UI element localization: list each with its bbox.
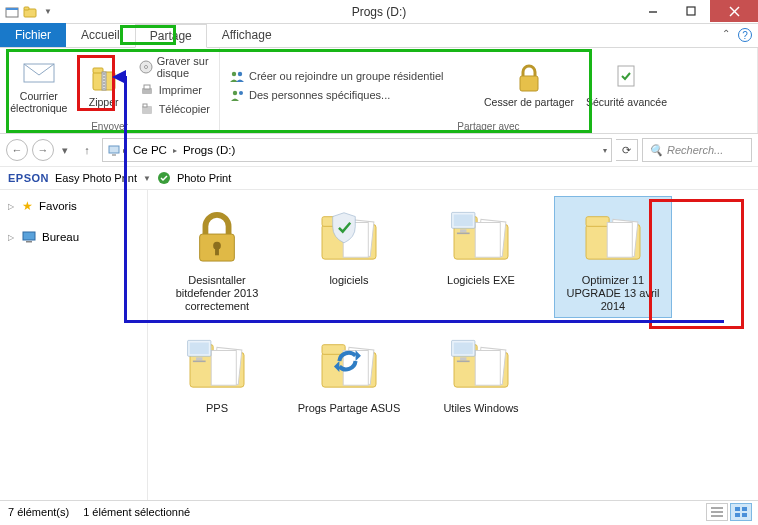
search-placeholder: Recherch... [667, 144, 723, 156]
file-name: Desisntaller bitdefender 2013 correcteme… [162, 274, 272, 314]
epson-logo: EPSON [8, 172, 49, 184]
forward-button[interactable]: → [32, 139, 54, 161]
search-icon: 🔍 [649, 144, 663, 157]
qat-properties-icon[interactable] [4, 3, 20, 21]
lock-icon [185, 200, 249, 272]
maximize-button[interactable] [672, 0, 710, 22]
navigation-pane: ▷ ★ Favoris ▷ Bureau [0, 190, 148, 500]
file-item[interactable]: Optimizer 11 UPGRADE 13 avril 2014 [554, 196, 672, 318]
file-name: Progs Partage ASUS [298, 402, 401, 415]
folder-pc-icon [449, 200, 513, 272]
search-box[interactable]: 🔍 Recherch... [642, 138, 752, 162]
refresh-button[interactable]: ⟳ [616, 139, 638, 161]
svg-point-14 [144, 65, 147, 68]
ribbon: Courrier électronique Zipper Graver sur … [0, 48, 758, 134]
folder-pc-icon [185, 328, 249, 400]
tab-home[interactable]: Accueil [66, 23, 135, 47]
tab-view[interactable]: Affichage [207, 23, 287, 47]
svg-point-20 [238, 72, 242, 76]
svg-rect-28 [23, 232, 35, 240]
folder-pc-icon [449, 328, 513, 400]
people-icon [229, 68, 245, 84]
photo-print-button[interactable]: Photo Print [177, 172, 231, 184]
svg-rect-33 [735, 507, 740, 511]
breadcrumb-dropdown-icon[interactable]: ▾ [603, 146, 607, 155]
tab-share[interactable]: Partage [135, 24, 207, 48]
svg-rect-36 [742, 513, 747, 517]
nav-desktop[interactable]: ▷ Bureau [4, 228, 143, 246]
window-title: Progs (D:) [352, 5, 407, 19]
epson-toolbar: EPSON Easy Photo Print ▼ Photo Print [0, 166, 758, 190]
burn-button[interactable]: Graver sur disque [136, 54, 213, 80]
breadcrumb-pc[interactable]: Ce PC [129, 144, 171, 156]
photo-print-icon [157, 171, 171, 185]
tab-file[interactable]: Fichier [0, 23, 66, 47]
breadcrumb-drive[interactable]: Progs (D:) [179, 144, 239, 156]
address-row: ← → ▾ ↑ ▸ Ce PC ▸ Progs (D:) ▾ ⟳ 🔍 Reche… [0, 134, 758, 166]
folder-sync-icon [317, 328, 381, 400]
file-name: logiciels [329, 274, 368, 287]
file-item[interactable]: Desisntaller bitdefender 2013 correcteme… [158, 196, 276, 318]
minimize-button[interactable] [634, 0, 672, 22]
print-button[interactable]: Imprimer [136, 81, 213, 99]
stop-sharing-button[interactable]: Cesser de partager [480, 61, 578, 110]
ribbon-group-send: Courrier électronique Zipper Graver sur … [0, 48, 220, 133]
items-view[interactable]: Desisntaller bitdefender 2013 correcteme… [148, 190, 758, 500]
file-item[interactable]: Logiciels EXE [422, 196, 540, 318]
file-name: Utiles Windows [443, 402, 518, 415]
advanced-security-button[interactable]: Sécurité avancée [582, 61, 671, 110]
email-button[interactable]: Courrier électronique [6, 55, 72, 116]
svg-point-19 [232, 72, 236, 76]
close-button[interactable] [710, 0, 758, 22]
history-dropdown[interactable]: ▾ [58, 139, 72, 161]
email-icon [23, 57, 55, 89]
file-name: Logiciels EXE [447, 274, 515, 287]
svg-rect-26 [112, 154, 116, 156]
file-item[interactable]: logiciels [290, 196, 408, 318]
file-name: PPS [206, 402, 228, 415]
ribbon-group-sharewith: Créer ou rejoindre un groupe résidentiel… [220, 48, 758, 133]
printer-icon [139, 82, 155, 98]
status-selection: 1 élément sélectionné [83, 506, 190, 518]
desktop-icon [22, 231, 36, 243]
svg-point-21 [233, 91, 237, 95]
fax-button[interactable]: Télécopier [136, 100, 213, 118]
tab-strip: Fichier Accueil Partage Affichage ⌃ ? [0, 24, 758, 48]
easy-photo-print-button[interactable]: Easy Photo Print [55, 172, 137, 184]
svg-rect-18 [143, 104, 147, 107]
view-icons-button[interactable] [730, 503, 752, 521]
svg-rect-35 [735, 513, 740, 517]
svg-rect-24 [618, 66, 634, 86]
svg-rect-23 [520, 76, 538, 91]
fax-icon [139, 101, 155, 117]
nav-favorites[interactable]: ▷ ★ Favoris [4, 196, 143, 216]
file-item[interactable]: Utiles Windows [422, 324, 540, 419]
address-bar[interactable]: ▸ Ce PC ▸ Progs (D:) ▾ [102, 138, 612, 162]
file-item[interactable]: PPS [158, 324, 276, 419]
file-item[interactable]: Progs Partage ASUS [290, 324, 408, 419]
file-name: Optimizer 11 UPGRADE 13 avril 2014 [558, 274, 668, 314]
status-item-count: 7 élément(s) [8, 506, 69, 518]
svg-point-22 [239, 91, 243, 95]
svg-rect-3 [24, 7, 29, 10]
main-area: ▷ ★ Favoris ▷ Bureau Desisntaller bitdef… [0, 190, 758, 500]
up-button[interactable]: ↑ [76, 139, 98, 161]
homegroup-button[interactable]: Créer ou rejoindre un groupe résidentiel [226, 67, 476, 85]
folder-check-icon [317, 200, 381, 272]
qat-dropdown-icon[interactable]: ▼ [40, 3, 56, 21]
shield-icon [614, 63, 638, 95]
disc-icon [139, 59, 153, 75]
pc-icon [107, 143, 121, 157]
ribbon-collapse-icon[interactable]: ⌃ [722, 28, 730, 42]
title-bar: ▼ Progs (D:) [0, 0, 758, 24]
svg-rect-29 [26, 241, 32, 243]
folder-icon [581, 200, 645, 272]
view-details-button[interactable] [706, 503, 728, 521]
svg-rect-34 [742, 507, 747, 511]
help-icon[interactable]: ? [738, 28, 752, 42]
qat-newfolder-icon[interactable] [22, 3, 38, 21]
svg-rect-16 [144, 85, 150, 89]
specific-people-button[interactable]: Des personnes spécifiques... [226, 86, 476, 104]
back-button[interactable]: ← [6, 139, 28, 161]
zip-button[interactable]: Zipper [76, 61, 132, 110]
